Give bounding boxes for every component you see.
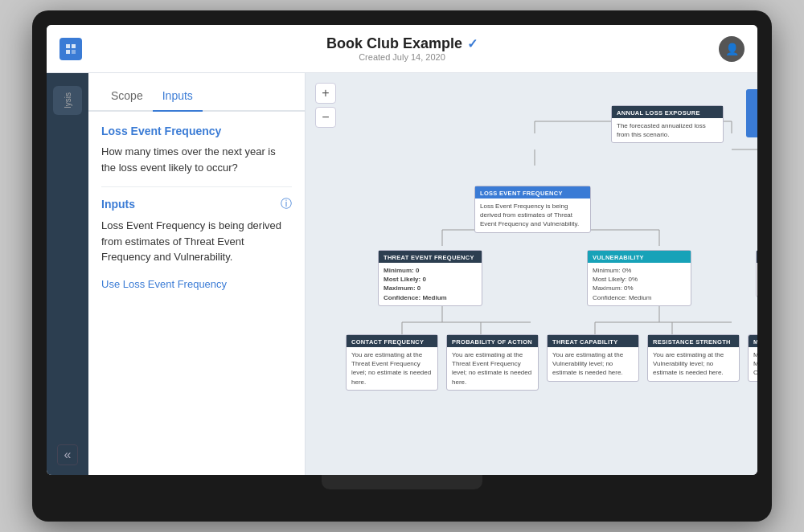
app-logo [59, 38, 82, 60]
svg-rect-0 [66, 44, 70, 48]
node-pl-header: PRIMARY LOSS [757, 251, 757, 263]
node-pa-body: You are estimating at the Threat Event F… [447, 347, 538, 390]
node-vuln-body: Minimum: 0% Most Likely: 0% Maximum: 0% … [588, 263, 691, 305]
tab-scope[interactable]: Scope [101, 83, 153, 112]
right-panel-edge[interactable] [746, 89, 757, 137]
zoom-in-button[interactable]: + [315, 83, 336, 104]
node-rs-header: RESISTANCE STRENGTH [648, 335, 739, 347]
node-tef-body: Minimum: 0 Most Likely: 0 Maximum: 0 Con… [379, 263, 482, 305]
inputs-text: Loss Event Frequency is being derived fr… [101, 218, 292, 265]
panel-tabs: Scope Inputs [88, 73, 305, 112]
page-title: Book Club Example ✓ [326, 35, 478, 52]
canvas-area: + − [306, 73, 757, 475]
sidebar-collapse[interactable]: « [57, 444, 78, 465]
node-pr-header: M... [749, 335, 757, 347]
collapse-button[interactable]: « [57, 444, 78, 465]
title-text: Book Club Example [326, 35, 462, 52]
svg-rect-1 [72, 44, 76, 48]
node-primary-loss[interactable]: PRIMARY LOSS Minimum: $0 Most Likely: $0… [756, 250, 757, 297]
main-layout: lysis « Scope Inputs Loss Event Frequenc… [47, 73, 757, 475]
inputs-title: Inputs [101, 198, 135, 211]
panel-body: Loss Event Frequency How many times over… [88, 112, 305, 304]
node-lef-header: LOSS EVENT FREQUENCY [475, 186, 590, 198]
node-lef-body: Loss Event Frequency is being derived fr… [475, 198, 590, 232]
minus-icon: − [322, 110, 329, 125]
node-contact-freq[interactable]: CONTACT FREQUENCY You are estimating at … [346, 334, 438, 391]
top-header: Book Club Example ✓ Created July 14, 202… [47, 25, 757, 73]
zoom-out-button[interactable]: − [315, 107, 336, 128]
loss-freq-text: How many times over the next year is the… [101, 144, 292, 175]
verified-icon: ✓ [467, 36, 478, 51]
node-pa-header: PROBABILITY OF ACTION [447, 335, 538, 347]
node-annual-loss[interactable]: ANNUAL LOSS EXPOSURE The forecasted annu… [611, 105, 724, 143]
use-loss-link[interactable]: Use Loss Event Frequency [101, 278, 227, 290]
monitor-stand [322, 475, 482, 489]
node-cf-body: You are estimating at the Threat Event F… [347, 347, 437, 390]
canvas-controls: + − [315, 83, 336, 128]
node-pr-body: M... M... C... [749, 347, 757, 381]
node-vulnerability[interactable]: VULNERABILITY Minimum: 0% Most Likely: 0… [587, 250, 691, 306]
page-subtitle: Created July 14, 2020 [326, 52, 478, 62]
node-partial-right[interactable]: M... M... M... C... [748, 334, 757, 382]
node-loss-event-freq[interactable]: LOSS EVENT FREQUENCY Loss Event Frequenc… [474, 186, 591, 233]
node-tc-body: You are estimating at the Vulnerability … [548, 347, 638, 381]
loss-freq-title: Loss Event Frequency [101, 125, 292, 137]
divider [101, 186, 292, 187]
tab-inputs[interactable]: Inputs [153, 83, 203, 112]
node-cf-header: CONTACT FREQUENCY [347, 335, 437, 347]
node-tef[interactable]: THREAT EVENT FREQUENCY Minimum: 0 Most L… [378, 250, 482, 306]
svg-rect-3 [72, 50, 76, 54]
inputs-header: Inputs ⓘ [101, 197, 292, 211]
sidebar-label: lysis [64, 92, 72, 108]
left-panel: Scope Inputs Loss Event Frequency How ma… [88, 73, 306, 475]
node-prob-action[interactable]: PROBABILITY OF ACTION You are estimating… [446, 334, 539, 391]
monitor: Book Club Example ✓ Created July 14, 202… [32, 10, 772, 522]
avatar-icon: 👤 [725, 43, 739, 55]
node-resist-strength[interactable]: RESISTANCE STRENGTH You are estimating a… [647, 334, 740, 382]
avatar[interactable]: 👤 [719, 36, 745, 62]
node-tc-header: THREAT CAPABILITY [548, 335, 638, 347]
plus-icon: + [322, 86, 329, 100]
node-annual-loss-body: The forecasted annualized loss from this… [612, 118, 723, 142]
node-tef-header: THREAT EVENT FREQUENCY [379, 251, 482, 263]
info-icon[interactable]: ⓘ [281, 197, 292, 211]
svg-rect-2 [66, 50, 70, 54]
node-pl-body: Minimum: $0 Most Likely: $0 Maximum: $0 [757, 263, 757, 297]
node-rs-body: You are estimating at the Vulnerability … [648, 347, 739, 381]
node-vuln-header: VULNERABILITY [588, 251, 691, 263]
screen: Book Club Example ✓ Created July 14, 202… [47, 25, 757, 475]
sidebar-dark: lysis « [47, 73, 88, 475]
chevron-left-icon: « [64, 448, 72, 462]
header-center: Book Club Example ✓ Created July 14, 202… [326, 35, 478, 62]
sidebar-item-analysis[interactable]: lysis [53, 86, 82, 115]
node-threat-cap[interactable]: THREAT CAPABILITY You are estimating at … [547, 334, 639, 382]
node-annual-loss-header: ANNUAL LOSS EXPOSURE [612, 106, 723, 118]
